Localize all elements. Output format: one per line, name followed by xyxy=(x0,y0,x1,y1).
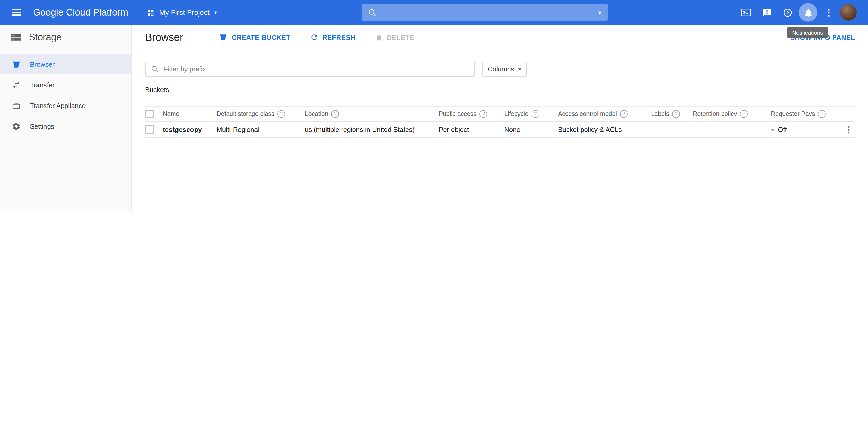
table-row[interactable]: testgcscopy Multi-Regional us (multiple … xyxy=(145,121,855,138)
sidebar-item-label: Browser xyxy=(30,60,55,68)
create-bucket-button[interactable]: CREATE BUCKET xyxy=(219,33,290,41)
chevron-down-icon: ▾ xyxy=(519,66,521,72)
storage-class-cell: Multi-Regional xyxy=(216,125,305,133)
svg-text:?: ? xyxy=(786,10,789,15)
sidebar-nav: Browser Transfer Transfer Appliance Sett… xyxy=(0,54,131,137)
sidebar-item-browser[interactable]: Browser xyxy=(0,54,131,75)
requester-pays-cell: ● Off xyxy=(771,125,834,133)
refresh-icon xyxy=(310,33,318,41)
access-control-cell: Bucket policy & ACLs xyxy=(558,125,651,133)
header-requester-pays[interactable]: Requester Pays? xyxy=(771,110,834,118)
gcp-logo: Google Cloud Platform xyxy=(33,7,128,18)
help-icon[interactable]: ? xyxy=(531,110,539,118)
project-selector[interactable]: My First Project ▾ xyxy=(147,8,217,17)
search-icon xyxy=(151,65,159,73)
project-name: My First Project xyxy=(159,8,209,17)
help-icon[interactable]: ? xyxy=(673,110,680,118)
sidebar-title: Storage xyxy=(29,32,61,43)
header-storage-class[interactable]: Default storage class? xyxy=(216,110,305,118)
help-button[interactable]: ? xyxy=(777,2,798,23)
help-icon[interactable]: ? xyxy=(740,110,748,118)
terminal-icon xyxy=(741,7,751,18)
notifications-button[interactable] xyxy=(799,3,817,22)
bucket-name-cell[interactable]: testgcscopy xyxy=(163,125,216,133)
header-name[interactable]: Name xyxy=(163,110,216,117)
help-icon[interactable]: ? xyxy=(620,110,628,118)
account-avatar[interactable] xyxy=(840,4,857,21)
sidebar-header: Storage xyxy=(0,25,131,50)
more-vertical-icon: ⋮ xyxy=(824,7,833,18)
add-bucket-icon xyxy=(219,33,227,41)
appliance-case-icon xyxy=(11,101,21,110)
filter-row: Columns ▾ xyxy=(145,61,855,77)
notifications-tooltip: Notifications xyxy=(787,27,828,38)
gear-icon xyxy=(11,121,21,131)
help-icon[interactable]: ? xyxy=(332,110,339,118)
hamburger-icon xyxy=(12,8,21,17)
transfer-arrows-icon xyxy=(11,80,21,89)
feedback-button[interactable] xyxy=(756,2,777,23)
sidebar-item-transfer-appliance[interactable]: Transfer Appliance xyxy=(0,95,131,116)
page-title: Browser xyxy=(145,31,183,43)
trash-icon xyxy=(375,33,383,41)
filter-field[interactable] xyxy=(145,61,475,77)
sidebar-item-label: Transfer Appliance xyxy=(30,102,86,109)
content: Columns ▾ Buckets Name Default storage c… xyxy=(132,61,868,138)
help-icon[interactable]: ? xyxy=(277,110,285,118)
buckets-section-label: Buckets xyxy=(145,86,855,93)
search-scope-caret-icon[interactable]: ▾ xyxy=(598,9,601,16)
cloud-shell-button[interactable] xyxy=(736,2,756,23)
search-input[interactable] xyxy=(382,8,593,17)
feedback-icon xyxy=(762,7,772,17)
main-area: Browser CREATE BUCKET REFRESH DELETE SHO… xyxy=(132,25,868,212)
columns-dropdown[interactable]: Columns ▾ xyxy=(482,61,527,77)
public-access-cell: Per object xyxy=(439,125,504,133)
row-more-vertical-icon[interactable]: ⋮ xyxy=(845,124,853,134)
header-access-control[interactable]: Access control model? xyxy=(558,110,651,118)
lifecycle-cell[interactable]: None xyxy=(504,125,558,133)
help-icon[interactable]: ? xyxy=(818,110,826,118)
sidebar-item-label: Settings xyxy=(30,122,54,130)
select-all-cell xyxy=(145,109,163,118)
sidebar-item-settings[interactable]: Settings xyxy=(0,116,131,137)
page-toolbar: Browser CREATE BUCKET REFRESH DELETE SHO… xyxy=(132,25,868,50)
buckets-table: Name Default storage class? Location? Pu… xyxy=(145,106,855,138)
header-labels[interactable]: Labels? xyxy=(651,110,693,118)
gcp-console-window: Google Cloud Platform My First Project ▾… xyxy=(0,0,868,212)
help-icon: ? xyxy=(782,7,792,17)
row-checkbox[interactable] xyxy=(145,125,154,134)
global-search[interactable]: ▾ xyxy=(362,4,608,21)
sidebar: Storage Browser Transfer Transfer Applia… xyxy=(0,25,132,212)
main-menu-button[interactable] xyxy=(0,0,33,25)
project-icon xyxy=(147,8,154,16)
select-all-checkbox[interactable] xyxy=(145,109,154,118)
storage-product-icon xyxy=(10,32,22,43)
delete-button[interactable]: DELETE xyxy=(375,33,414,41)
header-location[interactable]: Location? xyxy=(305,110,439,118)
row-menu-cell: ⋮ xyxy=(834,124,855,134)
filter-input[interactable] xyxy=(163,65,469,74)
header-lifecycle[interactable]: Lifecycle? xyxy=(504,110,558,118)
row-select-cell xyxy=(145,125,163,134)
search-icon xyxy=(368,8,377,17)
header-retention-policy[interactable]: Retention policy? xyxy=(693,110,771,118)
app-bar: Google Cloud Platform My First Project ▾… xyxy=(0,0,868,25)
bell-icon xyxy=(803,7,813,17)
table-header-row: Name Default storage class? Location? Pu… xyxy=(145,106,855,121)
app-bar-actions: ? ⋮ xyxy=(736,0,868,25)
refresh-button[interactable]: REFRESH xyxy=(310,33,355,41)
sidebar-item-label: Transfer xyxy=(30,81,55,89)
location-cell: us (multiple regions in United States) xyxy=(305,125,439,133)
status-dot-icon: ● xyxy=(771,126,774,132)
header-public-access[interactable]: Public access? xyxy=(439,110,504,118)
bucket-icon xyxy=(11,59,21,69)
sidebar-item-transfer[interactable]: Transfer xyxy=(0,75,131,95)
chevron-down-icon: ▾ xyxy=(214,9,217,15)
help-icon[interactable]: ? xyxy=(480,110,488,118)
more-options-button[interactable]: ⋮ xyxy=(818,2,839,23)
